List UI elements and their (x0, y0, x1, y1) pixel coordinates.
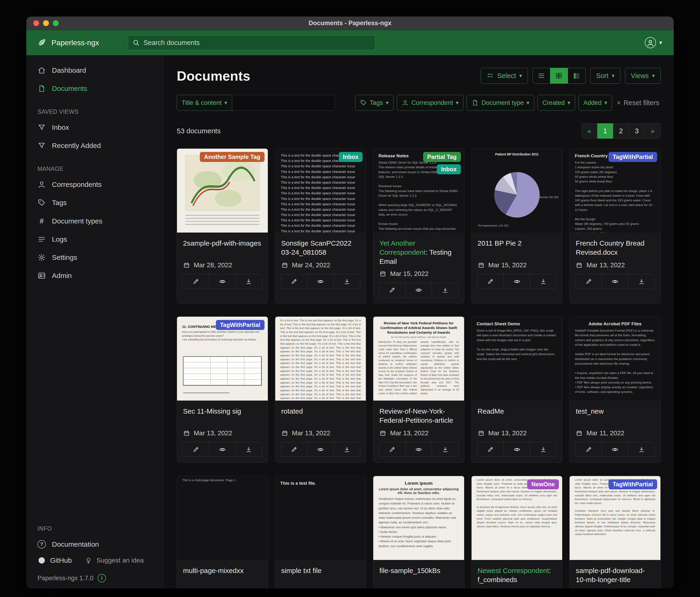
github-link[interactable]: GitHub (38, 556, 72, 565)
select-button[interactable]: Select ▾ (481, 68, 528, 83)
preview-button[interactable] (504, 442, 530, 457)
brand[interactable]: Paperless-ngx (36, 38, 128, 48)
document-thumbnail[interactable]: Adobe Acrobat PDF FilesAdobe® Portable D… (570, 317, 660, 401)
sidebar-item-logs[interactable]: Logs (26, 230, 164, 248)
pagination-page-1[interactable]: 1 (597, 123, 613, 139)
tag-inbox[interactable]: Inbox (437, 164, 461, 174)
sidebar-item-documentation[interactable]: ? Documentation (26, 535, 164, 553)
document-thumbnail[interactable]: NewOne Lorem ipsum dolor sit amet, conse… (472, 476, 562, 560)
document-title[interactable]: simple txt file (281, 566, 360, 584)
download-button[interactable] (530, 442, 556, 457)
download-button[interactable] (628, 442, 655, 457)
document-type-filter-button[interactable]: Document type ▾ (467, 95, 534, 111)
edit-button[interactable] (477, 274, 504, 289)
document-title[interactable]: Sonstige ScanPC2022 03-24_081058 (281, 239, 360, 257)
document-thumbnail[interactable]: Partial TagInbox Release NotesSimba ODBC… (373, 149, 464, 233)
edit-button[interactable] (281, 274, 308, 289)
sidebar-item-dashboard[interactable]: Dashboard (26, 61, 164, 79)
document-title[interactable]: ReadMe (478, 407, 556, 425)
list-view-button[interactable] (532, 68, 550, 83)
download-button[interactable] (628, 274, 655, 289)
preview-button[interactable] (504, 274, 530, 289)
grid-view-button[interactable] (550, 68, 568, 83)
tag-newone[interactable]: NewOne (527, 479, 559, 489)
document-title[interactable]: rotated (281, 407, 360, 425)
user-menu-button[interactable]: ▾ (644, 37, 664, 48)
edit-button[interactable] (281, 442, 308, 457)
document-thumbnail[interactable]: This is a multi page document. Page 1. (177, 476, 268, 560)
sort-button[interactable]: Sort ▾ (590, 68, 620, 83)
preview-button[interactable] (406, 283, 432, 297)
download-button[interactable] (432, 442, 458, 457)
correspondent-link[interactable]: Yet Another Correspondent (379, 239, 425, 256)
tag-tagwithpartial[interactable]: TagWithPartial (608, 152, 657, 162)
document-thumbnail[interactable]: Inbox This is a test for the double spac… (275, 149, 366, 233)
preview-button[interactable] (209, 442, 236, 457)
document-thumbnail[interactable]: It's a lot of text. This is the text tha… (275, 317, 366, 401)
document-card[interactable]: Lorem ipsumLorem ipsum dolor sit amet, c… (373, 476, 464, 588)
document-title[interactable]: Newest Correspondent: f_combineds (478, 566, 556, 584)
edit-button[interactable] (575, 442, 602, 457)
preview-button[interactable] (406, 442, 432, 457)
edit-button[interactable] (477, 442, 504, 457)
tag-tagwithpartial[interactable]: TagWithPartial (216, 320, 265, 330)
document-thumbnail[interactable]: TagWithPartial French Country BreadFor t… (570, 149, 660, 233)
document-title[interactable]: French Country Bread Revised.docx (576, 239, 654, 257)
sidebar-item-settings[interactable]: Settings (26, 248, 164, 267)
edit-button[interactable] (379, 442, 406, 457)
document-title[interactable]: multi-page-mixedxx (183, 566, 262, 584)
document-thumbnail[interactable]: This is a test file. (275, 476, 366, 560)
sidebar-item-inbox[interactable]: Inbox (26, 118, 164, 137)
preview-button[interactable] (209, 274, 236, 289)
document-title[interactable]: Review-of-New-York-Federal-Petitions-art… (379, 407, 458, 425)
pagination-prev-button[interactable]: « (581, 123, 597, 139)
suggest-idea-link[interactable]: Suggest an idea (85, 557, 144, 564)
pagination-next-button[interactable]: » (645, 123, 661, 139)
minimize-window-button[interactable] (43, 20, 49, 26)
edit-button[interactable] (575, 274, 602, 289)
document-title[interactable]: 2011 BP Pie 2 (478, 239, 556, 257)
document-card[interactable]: This is a multi page document. Page 1. m… (177, 476, 268, 588)
download-button[interactable] (530, 274, 556, 289)
created-filter-button[interactable]: Created ▾ (538, 95, 575, 111)
document-thumbnail[interactable]: TagWithPartial 11. CONTINUING MEDICAL ED… (177, 317, 268, 401)
correspondent-filter-button[interactable]: Correspondent ▾ (397, 95, 464, 111)
document-thumbnail[interactable]: TagWithPartial Lorem ipsum dolor sit ame… (570, 476, 660, 560)
views-button[interactable]: Views ▾ (625, 68, 661, 83)
info-icon[interactable]: i (98, 574, 106, 582)
added-filter-button[interactable]: Added ▾ (578, 95, 612, 111)
document-card[interactable]: Review of New York Federal Petitions for… (373, 316, 464, 463)
document-title[interactable]: sample-pdf-download-10-mb-longer-title (576, 566, 654, 584)
edit-button[interactable] (183, 442, 209, 457)
correspondent-link[interactable]: Newest Correspondent (478, 567, 549, 574)
download-button[interactable] (236, 442, 262, 457)
close-window-button[interactable] (33, 20, 39, 26)
document-card[interactable]: TagWithPartial 11. CONTINUING MEDICAL ED… (177, 316, 268, 463)
preview-button[interactable] (602, 442, 628, 457)
document-card[interactable]: TagWithPartial Lorem ipsum dolor sit ame… (569, 476, 661, 588)
edit-button[interactable] (183, 274, 209, 289)
document-card[interactable]: Another Sample Tag 2sample-pdf-with-imag… (177, 148, 268, 303)
sidebar-item-documents[interactable]: Documents (26, 79, 164, 98)
sidebar-item-tags[interactable]: Tags (26, 194, 164, 212)
document-card[interactable]: NewOne Lorem ipsum dolor sit amet, conse… (471, 476, 562, 588)
tag-inbox[interactable]: Inbox (339, 152, 363, 162)
preview-button[interactable] (307, 274, 334, 289)
document-card[interactable]: This is a test file. simple txt file (275, 476, 366, 588)
document-thumbnail[interactable]: Another Sample Tag (177, 149, 268, 233)
download-button[interactable] (334, 274, 360, 289)
download-button[interactable] (334, 442, 360, 457)
filter-text-input[interactable] (232, 95, 335, 111)
document-card[interactable]: Adobe Acrobat PDF FilesAdobe® Portable D… (569, 316, 661, 463)
tag-tagwithpartial[interactable]: TagWithPartial (608, 479, 657, 489)
zoom-window-button[interactable] (53, 20, 59, 26)
document-thumbnail[interactable]: Review of New York Federal Petitions for… (373, 317, 464, 401)
document-card[interactable]: Contact Sheet DemoGiven a set of image f… (471, 316, 562, 463)
preview-button[interactable] (307, 442, 334, 457)
document-thumbnail[interactable]: Contact Sheet DemoGiven a set of image f… (472, 317, 562, 401)
tag-another-sample-tag[interactable]: Another Sample Tag (200, 152, 264, 162)
document-card[interactable]: Partial TagInbox Release NotesSimba ODBC… (373, 148, 464, 303)
download-button[interactable] (432, 283, 458, 297)
sidebar-item-admin[interactable]: Admin (26, 267, 164, 285)
document-title[interactable]: Sec 11-Missing sig (183, 407, 262, 425)
